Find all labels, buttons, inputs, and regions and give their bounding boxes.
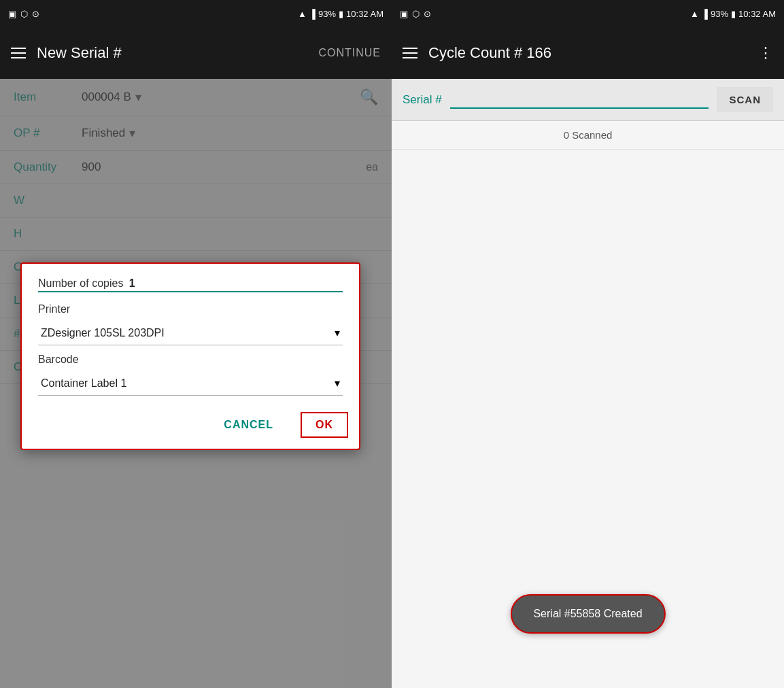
dialog-body: Number of copies 1 Printer ZDesigner 105…	[22, 264, 359, 401]
cancel-button[interactable]: CANCEL	[213, 412, 284, 438]
more-options-icon[interactable]: ⋮	[758, 44, 773, 62]
printer-label: Printer	[38, 303, 343, 315]
right-battery-icon: ▮	[731, 9, 736, 19]
barcode-dropdown-icon[interactable]: ▾	[335, 377, 340, 390]
copies-value: 1	[129, 277, 135, 289]
printer-dropdown-icon[interactable]: ▾	[335, 326, 340, 339]
left-time: 10:32 AM	[346, 9, 384, 19]
ok-button[interactable]: OK	[301, 412, 348, 438]
right-battery-percent: 93%	[711, 9, 728, 19]
right-app-bar: Cycle Count # 166 ⋮	[392, 27, 784, 79]
printer-select[interactable]: ZDesigner 105SL 203DPI ▾	[38, 321, 343, 345]
right-status-bar: ▣ ⬡ ⊙ ▲ ▐ 93% ▮ 10:32 AM	[392, 0, 784, 27]
printer-section: Printer ZDesigner 105SL 203DPI ▾	[38, 303, 343, 345]
serial-input-row: Serial # SCAN	[392, 79, 784, 121]
copies-label: Number of copies	[38, 277, 123, 289]
left-app-bar: New Serial # CONTINUE	[0, 27, 392, 79]
camera-icon: ⊙	[32, 9, 39, 19]
left-menu-icon[interactable]	[11, 48, 26, 58]
bb-icon: ⬡	[20, 9, 28, 19]
left-content: Item 000004 B ▾ 🔍 OP # Finished ▾ Quanti…	[0, 79, 392, 688]
left-panel: ▣ ⬡ ⊙ ▲ ▐ 93% ▮ 10:32 AM New Serial # CO…	[0, 0, 392, 688]
right-bb-icon: ⬡	[412, 9, 420, 19]
right-panel: ▣ ⬡ ⊙ ▲ ▐ 93% ▮ 10:32 AM Cycle Count # 1…	[392, 0, 784, 688]
scanned-count: 0 Scanned	[392, 121, 784, 150]
barcode-section: Barcode Container Label 1 ▾	[38, 354, 343, 396]
right-title: Cycle Count # 166	[428, 44, 758, 62]
left-status-icons: ▣ ⬡ ⊙	[8, 9, 39, 19]
copies-underline	[38, 291, 343, 292]
notification-icon: ▣	[8, 9, 16, 19]
barcode-select[interactable]: Container Label 1 ▾	[38, 371, 343, 396]
right-camera-icon: ⊙	[424, 9, 431, 19]
barcode-label: Barcode	[38, 354, 343, 366]
battery-percent: 93%	[318, 9, 336, 19]
right-status-right: ▲ ▐ 93% ▮ 10:32 AM	[690, 9, 776, 19]
serial-input[interactable]	[450, 91, 709, 109]
left-status-right: ▲ ▐ 93% ▮ 10:32 AM	[298, 9, 384, 19]
battery-icon: ▮	[339, 9, 343, 19]
copies-field-row: Number of copies 1	[38, 277, 343, 292]
left-status-bar: ▣ ⬡ ⊙ ▲ ▐ 93% ▮ 10:32 AM	[0, 0, 392, 27]
right-status-icons: ▣ ⬡ ⊙	[400, 9, 431, 19]
right-notification-icon: ▣	[400, 9, 408, 19]
dialog-overlay: Number of copies 1 Printer ZDesigner 105…	[0, 79, 392, 688]
signal-icon: ▐	[309, 9, 316, 19]
left-title: New Serial #	[37, 44, 318, 62]
right-signal-icon: ▐	[702, 9, 708, 19]
dialog-actions: CANCEL OK	[22, 401, 359, 449]
print-dialog: Number of copies 1 Printer ZDesigner 105…	[20, 262, 360, 450]
continue-button[interactable]: CONTINUE	[318, 47, 381, 59]
right-time: 10:32 AM	[738, 9, 776, 19]
right-wifi-icon: ▲	[690, 9, 699, 19]
right-menu-icon[interactable]	[403, 48, 417, 58]
barcode-value: Container Label 1	[41, 377, 126, 390]
snackbar: Serial #55858 Created	[510, 594, 665, 634]
right-content: Serial # SCAN 0 Scanned Serial #55858 Cr…	[392, 79, 784, 688]
printer-value: ZDesigner 105SL 203DPI	[41, 327, 165, 339]
scan-button[interactable]: SCAN	[717, 87, 773, 112]
wifi-icon: ▲	[298, 9, 307, 19]
serial-label: Serial #	[403, 93, 442, 107]
